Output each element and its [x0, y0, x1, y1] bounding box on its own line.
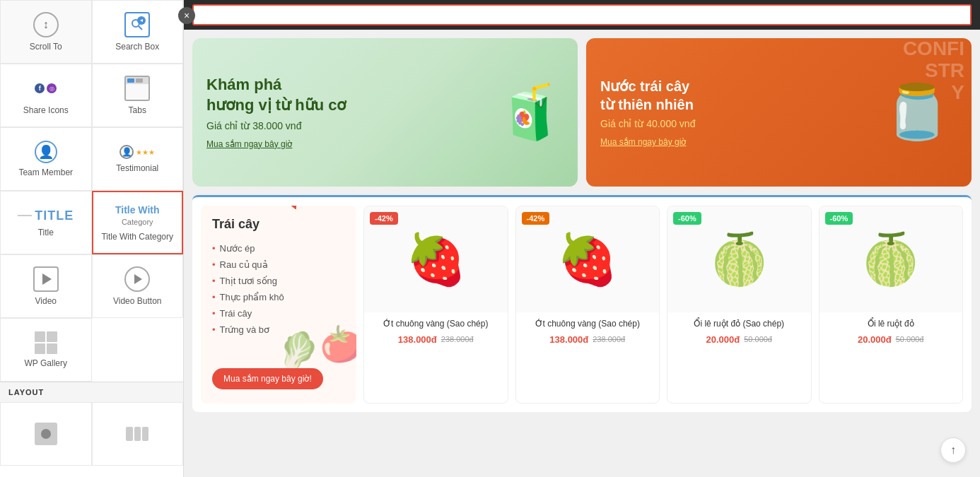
product-name-2: Ớt chuông vàng (Sao chép) — [522, 318, 654, 330]
product-prices-2: 138.000đ 238.000đ — [522, 334, 654, 345]
testimonial-icon: 👤 ★★★ — [119, 145, 155, 159]
product-price-current-1: 138.000đ — [398, 334, 437, 345]
banner-green-link[interactable]: Mua sắm ngay bây giờ — [206, 139, 292, 149]
category-box: Trái cây Nước ép Rau củ quả Thịt tươi số… — [201, 206, 356, 404]
banner-orange-text: Nước trái câytừ thiên nhiên Giá chỉ từ 4… — [600, 77, 695, 148]
sidebar-grid: ↕ Scroll To Search Box f ◎ Share Icons — [0, 0, 183, 466]
sidebar-item-layout-1[interactable] — [0, 402, 92, 466]
sidebar-item-testimonial[interactable]: 👤 ★★★ Testimonial — [92, 127, 184, 191]
sidebar-item-title[interactable]: TITLE Title — [0, 191, 92, 254]
sidebar-item-video-label: Video — [35, 296, 57, 306]
sidebar-item-scroll-to-label: Scroll To — [30, 42, 62, 52]
sidebar-item-wp-gallery[interactable]: WP Gallery — [0, 318, 92, 382]
product-price-current-2: 138.000đ — [549, 334, 588, 345]
sidebar-item-team-member[interactable]: 👤 Team Member — [0, 127, 92, 191]
sidebar-item-video-button-label: Video Button — [113, 296, 162, 306]
banner-orange-image: 🫙 — [884, 81, 950, 143]
banner-orange: Nước trái câytừ thiên nhiên Giá chỉ từ 4… — [586, 38, 972, 187]
product-price-original-4: 50.000đ — [896, 335, 924, 343]
product-card-4: -60% 🍈 Ổi lê ruột đỏ 20.000đ 50.000đ — [819, 206, 964, 404]
sidebar-section-layout: LAYOUT — [0, 382, 183, 402]
layout-2-icon — [126, 427, 148, 441]
sidebar-item-scroll-to[interactable]: ↕ Scroll To — [0, 0, 92, 64]
svg-line-1 — [139, 26, 142, 30]
product-prices-3: 20.000đ 50.000đ — [673, 334, 805, 345]
video-button-icon — [124, 266, 150, 292]
sidebar-item-layout-2[interactable] — [92, 402, 184, 466]
category-item-3[interactable]: Thịt tươi sống — [212, 273, 345, 289]
sidebar-item-wp-gallery-label: WP Gallery — [25, 358, 67, 368]
sidebar-item-title-with-category[interactable]: Title With Category Title With Category — [92, 191, 184, 254]
scroll-to-icon: ↕ — [33, 12, 59, 37]
sidebar-item-tabs[interactable]: Tabs — [92, 64, 184, 127]
banner-orange-link[interactable]: Mua sắm ngay bây giờ — [600, 137, 686, 147]
red-arrow-container — [250, 206, 307, 209]
banner-green-title: Khám pháhương vị từ hữu cơ — [206, 75, 346, 115]
product-prices-4: 20.000đ 50.000đ — [825, 334, 957, 345]
scroll-top-button[interactable]: ↑ — [940, 437, 966, 463]
banner-green-image: 🧃 — [497, 81, 564, 143]
product-price-original-3: 50.000đ — [744, 335, 772, 343]
sidebar-item-tabs-label: Tabs — [129, 105, 146, 115]
sidebar-item-team-member-label: Team Member — [18, 167, 73, 177]
product-price-original-1: 238.000đ — [441, 335, 474, 343]
sidebar-item-video-button[interactable]: Video Button — [92, 254, 184, 318]
search-input-top[interactable] — [192, 4, 972, 25]
title-text-icon: TITLE — [35, 208, 74, 223]
product-price-current-4: 20.000đ — [858, 334, 892, 345]
gallery-cell-3 — [35, 343, 45, 354]
category-item-2[interactable]: Rau củ quả — [212, 257, 345, 273]
product-badge-1: -42% — [370, 212, 398, 225]
product-prices-1: 138.000đ 238.000đ — [370, 334, 502, 345]
facebook-icon: f — [35, 83, 45, 93]
product-name-1: Ớt chuông vàng (Sao chép) — [370, 318, 502, 330]
banner-green-price: Giá chỉ từ 38.000 vnđ — [206, 120, 346, 131]
sidebar: ↕ Scroll To Search Box f ◎ Share Icons — [0, 0, 184, 477]
sidebar-item-title-with-category-label: Title With Category — [101, 232, 173, 242]
testimonial-stars-icon: ★★★ — [136, 148, 155, 156]
sidebar-item-share-icons[interactable]: f ◎ Share Icons — [0, 64, 92, 127]
team-member-icon: 👤 — [35, 141, 57, 163]
content-area: Khám pháhương vị từ hữu cơ Giá chỉ từ 38… — [184, 30, 980, 477]
category-item-4[interactable]: Thực phẩm khô — [212, 289, 345, 305]
gallery-cell-2 — [47, 331, 57, 342]
instagram-icon: ◎ — [47, 83, 57, 93]
category-list: Nước ép Rau củ quả Thịt tươi sống Thực p… — [212, 240, 345, 338]
video-icon — [33, 266, 59, 292]
product-name-4: Ổi lê ruột đỏ — [825, 318, 957, 330]
category-item-1[interactable]: Nước ép — [212, 240, 345, 257]
banner-orange-price: Giá chỉ từ 40.000 vnđ — [600, 118, 695, 129]
category-title: Trái cây — [212, 217, 345, 232]
product-price-current-3: 20.000đ — [706, 334, 740, 345]
product-card-1: -42% 🍓 Ớt chuông vàng (Sao chép) 138.000… — [363, 206, 508, 404]
sidebar-item-search-box-label: Search Box — [115, 42, 159, 52]
gallery-cell-4 — [47, 343, 57, 354]
product-info-2: Ớt chuông vàng (Sao chép) 138.000đ 238.0… — [516, 312, 660, 351]
scroll-top-icon: ↑ — [950, 444, 956, 457]
category-shop-button[interactable]: Mua sắm ngay bây giờ! — [212, 368, 323, 389]
banner-orange-title: Nước trái câytừ thiên nhiên — [600, 77, 695, 114]
close-button[interactable]: × — [178, 7, 195, 24]
banner-green: Khám pháhương vị từ hữu cơ Giá chỉ từ 38… — [192, 38, 578, 187]
wp-gallery-icon — [35, 331, 57, 354]
sidebar-item-share-icons-label: Share Icons — [23, 105, 69, 115]
product-card-2: -42% 🍓 Ớt chuông vàng (Sao chép) 138.000… — [515, 206, 660, 404]
search-box-icon — [124, 12, 150, 37]
product-section: Trái cây Nước ép Rau củ quả Thịt tươi số… — [192, 195, 972, 412]
sidebar-item-title-label: Title — [38, 228, 54, 237]
category-item-5[interactable]: Trái cây — [212, 305, 345, 322]
sidebar-item-search-box[interactable]: Search Box — [92, 0, 184, 64]
product-badge-3: -60% — [673, 212, 701, 225]
red-arrow-icon — [250, 206, 307, 209]
product-grid: Trái cây Nước ép Rau củ quả Thịt tươi số… — [201, 206, 963, 404]
product-name-3: Ổi lê ruột đỏ (Sao chép) — [673, 318, 805, 330]
product-badge-2: -42% — [522, 212, 550, 225]
banner-green-text: Khám pháhương vị từ hữu cơ Giá chỉ từ 38… — [206, 75, 346, 149]
title-with-category-icon: Title With Category — [115, 204, 160, 228]
share-icons-icon: f ◎ — [33, 76, 59, 101]
layout-1-icon — [35, 423, 57, 445]
title-icon: TITLE — [18, 208, 74, 223]
sidebar-item-video[interactable]: Video — [0, 254, 92, 318]
product-badge-4: -60% — [825, 212, 853, 225]
product-info-1: Ớt chuông vàng (Sao chép) 138.000đ 238.0… — [364, 312, 508, 351]
